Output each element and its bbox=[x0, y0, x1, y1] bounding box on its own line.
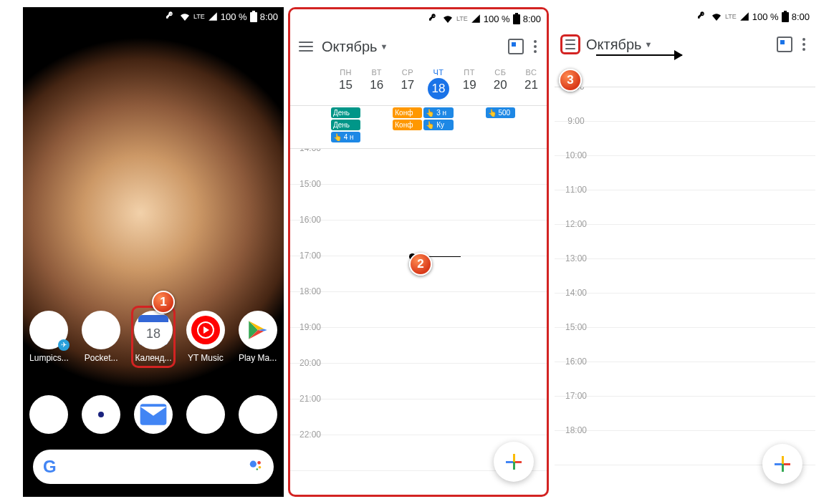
assistant-icon[interactable] bbox=[248, 457, 264, 476]
google-search-bar[interactable]: G bbox=[33, 450, 274, 484]
day-col[interactable]: СР17 bbox=[392, 65, 423, 105]
event-col[interactable] bbox=[454, 107, 485, 142]
camera-icon bbox=[82, 395, 120, 434]
playstore-icon bbox=[239, 311, 277, 349]
event-chip[interactable]: 👆 Ку bbox=[423, 120, 453, 130]
create-event-fab[interactable] bbox=[494, 442, 534, 482]
app-ytmusic[interactable]: YT Music bbox=[183, 311, 228, 363]
day-col[interactable]: СБ20 bbox=[485, 65, 516, 105]
app-lumpics[interactable]: ✈ Lumpics... bbox=[27, 311, 71, 363]
hour-label: 13:00 bbox=[555, 253, 598, 287]
app-files[interactable] bbox=[183, 395, 228, 434]
event-col[interactable]: 👆 500 bbox=[485, 107, 516, 142]
event-col[interactable]: ДеньДень👆 4 н bbox=[330, 107, 361, 142]
annotation-badge-1: 1 bbox=[152, 291, 175, 314]
phone-icon bbox=[29, 395, 68, 434]
month-dropdown[interactable]: Октябрь ▼ bbox=[322, 39, 388, 55]
svg-point-8 bbox=[257, 468, 259, 470]
event-col[interactable] bbox=[361, 107, 392, 142]
today-button[interactable] bbox=[508, 39, 524, 54]
status-bar: LTE 100 % 8:00 bbox=[23, 7, 284, 26]
calendar-icon: 18 bbox=[134, 311, 173, 349]
menu-button[interactable] bbox=[296, 37, 316, 57]
lte-icon: LTE bbox=[456, 15, 468, 22]
hour-label: 9:00 bbox=[555, 116, 598, 150]
battery-icon bbox=[250, 11, 257, 22]
day-col[interactable]: ПТ19 bbox=[454, 65, 485, 105]
allday-empty bbox=[555, 63, 815, 87]
svg-point-3 bbox=[100, 329, 103, 332]
event-col[interactable]: 👆 3 н👆 Ку bbox=[423, 107, 454, 142]
app-camera[interactable] bbox=[79, 395, 123, 434]
app-inbox[interactable] bbox=[131, 395, 176, 434]
svg-rect-9 bbox=[513, 14, 520, 24]
today-button[interactable] bbox=[777, 37, 792, 52]
svg-rect-11 bbox=[782, 12, 789, 22]
hour-label: 11:00 bbox=[555, 185, 598, 218]
app-label: Play Ma... bbox=[239, 353, 277, 363]
month-label: Октябрь bbox=[586, 37, 642, 53]
event-chip[interactable]: День bbox=[331, 107, 360, 118]
hour-label: 17:00 bbox=[555, 391, 598, 425]
hour-label: 18:00 bbox=[555, 425, 598, 459]
hour-label: 17:00 bbox=[290, 251, 330, 286]
clock-text: 8:00 bbox=[523, 14, 541, 24]
gear-icon bbox=[239, 395, 277, 434]
signal-icon bbox=[208, 11, 218, 21]
menu-button[interactable] bbox=[560, 34, 580, 54]
event-chip[interactable]: 👆 4 н bbox=[331, 132, 360, 142]
day-col[interactable]: ПН15 bbox=[330, 65, 361, 105]
event-chip[interactable]: 👆 3 н bbox=[423, 107, 453, 118]
time-grid[interactable]: 8:009:0010:0011:0012:0013:0014:0015:0016… bbox=[555, 87, 815, 474]
battery-text: 100 % bbox=[221, 11, 247, 22]
hour-label: 16:00 bbox=[555, 357, 598, 390]
svg-rect-1 bbox=[252, 11, 255, 12]
day-col[interactable]: ВС21 bbox=[516, 65, 547, 105]
hour-label: 22:00 bbox=[290, 430, 330, 465]
event-chip[interactable]: Конф bbox=[393, 120, 422, 130]
event-chip[interactable]: День bbox=[331, 120, 360, 130]
app-playstore[interactable]: Play Ma... bbox=[236, 311, 280, 363]
battery-icon bbox=[513, 13, 520, 24]
hour-label: 20:00 bbox=[290, 358, 330, 393]
app-pocketcasts[interactable]: Pocket... bbox=[79, 311, 123, 363]
month-label: Октябрь bbox=[322, 39, 378, 55]
app-calendar[interactable]: 18 Календ... bbox=[131, 306, 176, 368]
ytmusic-icon bbox=[186, 311, 225, 349]
event-chip[interactable]: Конф bbox=[393, 107, 422, 118]
hour-label: 12:00 bbox=[555, 219, 598, 253]
orange-icon: ✈ bbox=[29, 311, 68, 349]
hour-label: 10:00 bbox=[555, 150, 598, 184]
svg-rect-10 bbox=[515, 13, 518, 14]
app-label: Lumpics... bbox=[29, 353, 69, 363]
event-col[interactable] bbox=[516, 107, 547, 142]
overflow-menu[interactable] bbox=[798, 38, 810, 51]
files-icon bbox=[186, 395, 225, 434]
wifi-icon bbox=[442, 13, 454, 24]
telegram-badge-icon: ✈ bbox=[58, 339, 70, 351]
day-col[interactable]: ВТ16 bbox=[361, 65, 392, 105]
create-event-fab[interactable] bbox=[762, 444, 802, 484]
overflow-menu[interactable] bbox=[529, 40, 541, 53]
svg-point-5 bbox=[250, 461, 257, 467]
hour-label: 15:00 bbox=[290, 179, 330, 214]
day-col-current[interactable]: ЧТ18 bbox=[423, 65, 454, 105]
app-row-1: ✈ Lumpics... Pocket... 18 Календ... bbox=[23, 311, 284, 368]
app-phone[interactable] bbox=[27, 395, 71, 434]
app-settings[interactable] bbox=[236, 395, 280, 434]
hour-label: 21:00 bbox=[290, 394, 330, 429]
month-dropdown[interactable]: Октябрь ▼ bbox=[586, 37, 652, 53]
event-chip[interactable]: 👆 500 bbox=[486, 107, 515, 118]
calendar-header: Октябрь ▼ bbox=[290, 28, 547, 65]
app-label: Pocket... bbox=[85, 353, 118, 363]
hour-label: 14:00 bbox=[290, 149, 330, 178]
app-label: YT Music bbox=[188, 353, 224, 363]
plus-icon bbox=[506, 454, 522, 470]
hour-label: 19:00 bbox=[290, 322, 330, 357]
wifi-icon bbox=[711, 11, 722, 22]
svg-point-6 bbox=[257, 461, 261, 465]
annotation-badge-3: 3 bbox=[559, 69, 582, 92]
event-col[interactable]: КонфКонф bbox=[392, 107, 423, 142]
pocketcasts-icon bbox=[82, 311, 120, 349]
svg-point-7 bbox=[259, 466, 262, 469]
